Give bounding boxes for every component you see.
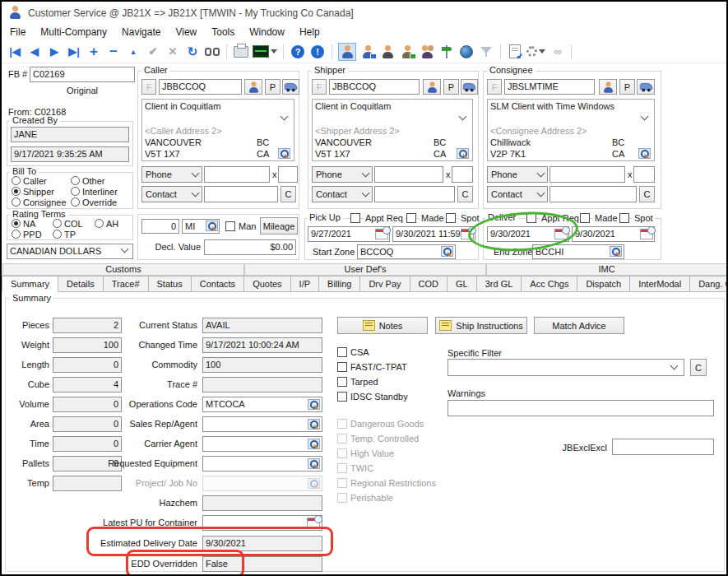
tab-trace[interactable]: Trace# [104,276,149,292]
caller-contact-select[interactable]: Contact [141,186,202,202]
caller-zone-lookup-icon[interactable] [278,148,290,159]
shipper-ext-field[interactable] [452,166,473,183]
sales-rep-lookup-icon[interactable] [308,419,320,430]
caller-c-button[interactable]: C [281,186,296,202]
consignee-ext-field[interactable] [633,166,655,183]
tab-intermodal[interactable]: InterModal [630,276,690,292]
menu-window[interactable]: Window [249,26,285,38]
filter-funnel-button[interactable] [478,44,494,60]
ship-instructions-button[interactable]: Ship Instructions [435,317,527,334]
bill-to-shipper-radio[interactable] [12,187,21,196]
consignee-contact-select[interactable]: Contact [487,186,548,202]
bill-to-override-radio[interactable] [71,197,80,207]
shipper-contact-field[interactable] [374,186,455,202]
tab-details[interactable]: Details [58,276,104,292]
first-record-button[interactable]: |◀ [7,44,23,60]
operations-code-field[interactable]: MTCOCA [202,397,322,412]
tab-gl[interactable]: GL [447,276,477,292]
start-zone-lookup-icon[interactable] [441,246,453,257]
add-record-button[interactable]: + [86,44,102,60]
commodity-field[interactable]: 100 [202,357,322,373]
menu-tools[interactable]: Tools [211,26,234,38]
delete-record-button[interactable]: − [105,44,122,60]
deliver-date-from-calendar-icon[interactable] [554,229,568,239]
deliver-appt-req-checkbox[interactable] [526,213,536,223]
bill-to-interliner-radio[interactable] [71,187,80,196]
menu-navigate[interactable]: Navigate [122,26,160,38]
tab-user-defs[interactable]: User Def's [244,263,486,276]
agent-search-button[interactable] [379,44,396,60]
menu-view[interactable]: View [175,26,197,38]
rating-tp-radio[interactable] [53,230,62,239]
caller-ext-field[interactable] [278,166,298,183]
tab-contacts[interactable]: Contacts [192,276,244,292]
tab-acc-chgs[interactable]: Acc Chgs [522,276,577,292]
notes-button[interactable]: Notes [337,317,428,334]
caller-phone-field[interactable] [204,166,270,183]
tab-quotes[interactable]: Quotes [244,276,290,292]
caller-contact-field[interactable] [204,186,278,202]
deliver-spot-checkbox[interactable] [619,213,629,223]
decl-value-field[interactable]: $0.00 [204,239,296,255]
tab-ip[interactable]: I/P [291,276,319,292]
consignee-contact-field[interactable] [549,186,637,202]
cancel-button[interactable]: ✕ [165,44,181,60]
pickup-spot-checkbox[interactable] [446,213,456,223]
bill-to-caller-radio[interactable] [12,176,21,185]
shipper-phone-select[interactable]: Phone [312,166,373,183]
bill-to-consignee-radio[interactable] [12,197,21,207]
trace-field[interactable] [202,377,322,393]
bill-to-other-radio[interactable] [71,176,80,185]
move-up-button[interactable]: ▲ [125,44,141,60]
menu-multi-company[interactable]: Multi-Company [40,26,107,38]
shipper-p-button[interactable]: P [443,79,459,95]
rating-col-radio[interactable] [53,219,62,228]
man-checkbox[interactable] [225,221,235,231]
consignee-f-button[interactable]: F [487,79,502,95]
carrier-agent-field[interactable] [202,436,322,452]
match-advice-button[interactable]: Match Advice [534,317,624,334]
tab-status[interactable]: Status [149,276,192,292]
pickup-appt-req-checkbox[interactable] [350,213,360,223]
pickup-made-checkbox[interactable] [406,213,416,223]
caller-truck-button[interactable] [282,79,299,95]
help-button[interactable]: ? [290,44,306,60]
caller-client-button[interactable] [244,79,262,95]
previous-record-button[interactable]: ◀ [26,44,43,60]
refresh-button[interactable]: ↻ [184,44,201,60]
consignee-phone-field[interactable] [549,166,625,183]
accept-button[interactable]: ✔ [145,44,161,60]
warnings-field[interactable] [447,400,714,416]
deliver-made-checkbox[interactable] [580,213,590,223]
consignee-p-button[interactable]: P [619,79,635,95]
consignee-code-field[interactable]: JBSLMTIME [504,79,595,95]
shipper-client-button[interactable] [423,79,441,95]
pickup-date-to-calendar-icon[interactable] [461,229,474,239]
shipper-zone-lookup-icon[interactable] [457,148,469,159]
rating-na-radio[interactable] [12,219,21,228]
print-button[interactable] [233,44,249,60]
idsc-standby-checkbox[interactable] [337,392,347,402]
specific-filter-c-button[interactable]: C [690,359,707,376]
tab-dispatch[interactable]: Dispatch [577,276,630,292]
tab-imc[interactable]: IMC [486,263,727,276]
customer-search-button[interactable] [338,43,356,61]
latest-pu-field[interactable] [202,515,322,531]
carrier-agent-lookup-icon[interactable] [308,439,320,449]
tarped-checkbox[interactable] [337,377,347,387]
rating-ah-radio[interactable] [95,219,104,228]
deliver-date-to-calendar-icon[interactable] [640,229,653,239]
caller-code-field[interactable]: JBBCCOQ [159,79,242,95]
mileage-distance-field[interactable]: 0 [141,219,179,234]
fb-number-field[interactable]: C02169 [30,67,135,82]
web-globe-button[interactable] [458,44,475,60]
mileage-button[interactable]: Mileage [260,217,298,235]
consignee-client-button[interactable] [599,79,617,95]
about-button[interactable]: ! [309,44,326,60]
report-document-button[interactable] [507,44,523,60]
shipper-f-button[interactable]: F [312,79,327,95]
fast-ctpat-checkbox[interactable] [337,362,347,372]
tab-cod[interactable]: COD [410,276,447,292]
tab-billing[interactable]: Billing [319,276,360,292]
specific-filter-select[interactable] [447,359,684,376]
